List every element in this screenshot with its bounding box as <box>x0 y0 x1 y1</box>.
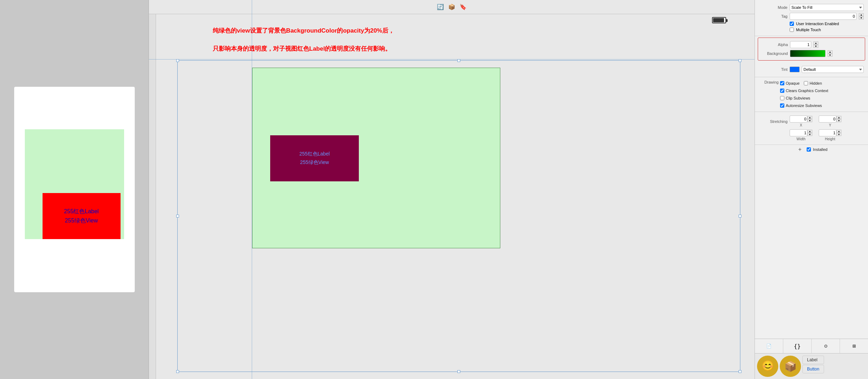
clip-subviews-label: Clip Subviews <box>786 96 810 100</box>
identity-icon-btn[interactable]: ⊙ <box>812 339 840 353</box>
autoresize-subviews-checkbox[interactable] <box>780 103 784 108</box>
tag-input[interactable]: 0 <box>790 13 857 20</box>
installed-checkbox[interactable] <box>807 147 811 152</box>
library-label-btn[interactable]: Label <box>802 356 824 364</box>
user-interaction-checkbox[interactable] <box>790 22 794 26</box>
multiple-touch-row: Multiple Touch <box>759 28 864 32</box>
drawing-checkboxes: Opaque Hidden Clears Graphics Context Cl… <box>780 80 828 109</box>
stretching-y-stepper[interactable]: ▲ ▼ <box>836 116 841 122</box>
height-axis-label: Height <box>825 137 835 141</box>
grid-icon-btn[interactable]: ⊞ <box>840 339 868 353</box>
stretching-x-stepper[interactable]: ▲ ▼ <box>807 116 812 122</box>
canvas-toolbar: 🔄 📦 🔖 <box>149 0 755 14</box>
stretching-width-group: ▲ ▼ Width <box>790 129 812 141</box>
mode-select[interactable]: Scale To Fill <box>790 4 864 11</box>
stretching-x-down[interactable]: ▼ <box>807 119 812 122</box>
installed-label: Installed <box>813 147 828 152</box>
stretching-height-up[interactable]: ▲ <box>836 130 841 133</box>
plus-button[interactable]: + <box>795 146 804 153</box>
clears-graphics-row: Clears Graphics Context <box>780 89 828 93</box>
sim-green-view: 255红色Label 255绿色View <box>25 129 124 239</box>
annotation-line2: 只影响本身的透明度，对子视图红色Label的透明度没有任何影响。 <box>213 45 391 52</box>
alpha-stepper-up[interactable]: ▲ <box>813 41 818 45</box>
hidden-label: Hidden <box>809 81 822 85</box>
code-icon-btn[interactable]: {} <box>783 339 812 353</box>
handle-mid-left[interactable] <box>176 215 179 217</box>
library-orange-box[interactable]: 📦 <box>780 356 801 377</box>
clip-subviews-row: Clip Subviews <box>780 96 828 100</box>
battery-icon <box>712 17 726 23</box>
background-stepper[interactable]: ▲ ▼ <box>828 50 833 57</box>
opaque-hidden-row: Opaque Hidden <box>780 80 828 86</box>
sim-label-line2: 255绿色View <box>65 216 98 225</box>
multiple-touch-text: Multiple Touch <box>796 28 864 32</box>
background-color-well[interactable] <box>790 50 825 57</box>
tag-stepper-down[interactable]: ▼ <box>859 16 864 19</box>
canvas-green-view[interactable]: 255红色Label 255绿色View <box>252 68 500 248</box>
xcode-view-container[interactable]: 255红色Label 255绿色View <box>177 60 740 372</box>
stretching-y-down[interactable]: ▼ <box>836 119 841 122</box>
background-row: Background ▲ ▼ <box>760 50 863 57</box>
background-stepper-down[interactable]: ▼ <box>828 53 833 57</box>
mode-row: Mode Scale To Fill <box>759 4 864 11</box>
bottom-icon-bar: 📄 {} ⊙ ⊞ <box>755 339 868 353</box>
stretching-height-stepper[interactable]: ▲ ▼ <box>836 130 841 136</box>
code-icon: {} <box>794 343 801 350</box>
stretching-height-group: ▲ ▼ Height <box>819 129 841 141</box>
hidden-checkbox[interactable] <box>804 81 808 85</box>
canvas-dark-label[interactable]: 255红色Label 255绿色View <box>270 135 359 181</box>
clip-subviews-checkbox[interactable] <box>780 96 784 100</box>
tint-color-swatch[interactable] <box>790 67 800 72</box>
toolbar-icon-3[interactable]: 🔖 <box>459 3 467 11</box>
tint-select[interactable]: Default <box>802 66 864 73</box>
annotation-line1: 纯绿色的view设置了背景色BackgroundColor的opacity为20… <box>213 27 394 34</box>
handle-top-left[interactable] <box>176 59 179 62</box>
alpha-label: Alpha <box>760 43 788 47</box>
stretching-y-input[interactable] <box>819 115 836 123</box>
stretching-x-up[interactable]: ▲ <box>807 116 812 119</box>
hidden-checkbox-row: Hidden <box>804 81 822 85</box>
library-box-icon: 📦 <box>784 361 797 372</box>
toolbar-icon-2[interactable]: 📦 <box>447 3 456 11</box>
opaque-checkbox[interactable] <box>780 81 784 85</box>
autoresize-subviews-label: Autoresize Subviews <box>786 103 822 108</box>
tag-stepper[interactable]: ▲ ▼ <box>859 13 864 19</box>
stretching-y-up[interactable]: ▲ <box>836 116 841 119</box>
stretching-width-stepper-group: ▲ ▼ <box>790 129 812 136</box>
handle-bottom-mid[interactable] <box>457 370 460 373</box>
background-stepper-up[interactable]: ▲ <box>828 50 833 53</box>
stretching-width-up[interactable]: ▲ <box>807 130 812 133</box>
alpha-stepper[interactable]: ▲ ▼ <box>813 41 818 48</box>
toolbar-icon-1[interactable]: 🔄 <box>436 3 445 11</box>
clears-graphics-checkbox[interactable] <box>780 89 784 93</box>
handle-top-mid[interactable] <box>457 59 460 62</box>
handle-top-right[interactable] <box>739 59 741 62</box>
library-label-icon: 😊 <box>762 360 774 372</box>
alpha-stepper-down[interactable]: ▼ <box>813 45 818 48</box>
stretching-width-stepper[interactable]: ▲ ▼ <box>807 130 812 136</box>
tag-stepper-up[interactable]: ▲ <box>859 13 864 16</box>
simulator-screen: 255红色Label 255绿色View <box>14 87 135 292</box>
multiple-touch-checkbox[interactable] <box>790 28 794 32</box>
file-icon-btn[interactable]: 📄 <box>755 339 783 353</box>
inspector-mode-section: Mode Scale To Fill Tag 0 ▲ ▼ User Intera… <box>755 0 868 36</box>
background-label: Background <box>760 51 788 56</box>
library-item-label[interactable]: 😊 <box>757 356 778 377</box>
stretching-x-input[interactable] <box>790 115 807 123</box>
handle-mid-right[interactable] <box>739 215 741 217</box>
alpha-row: Alpha ▲ ▼ <box>760 41 863 48</box>
alpha-input[interactable] <box>790 41 811 48</box>
canvas-label-line1: 255红色Label <box>299 150 330 158</box>
sim-label-line1: 255红色Label <box>64 207 99 216</box>
handle-bottom-left[interactable] <box>176 370 179 373</box>
autoresize-subviews-row: Autoresize Subviews <box>780 103 828 108</box>
stretching-height-down[interactable]: ▼ <box>836 133 841 136</box>
library-button-btn[interactable]: Button <box>802 365 824 373</box>
stretching-width-input[interactable] <box>790 129 807 136</box>
handle-bottom-right[interactable] <box>739 370 741 373</box>
stretching-height-input[interactable] <box>819 129 836 136</box>
stretching-width-down[interactable]: ▼ <box>807 133 812 136</box>
y-axis-label: Y <box>829 123 831 127</box>
file-icon: 📄 <box>766 344 772 349</box>
x-axis-label: X <box>800 123 802 127</box>
